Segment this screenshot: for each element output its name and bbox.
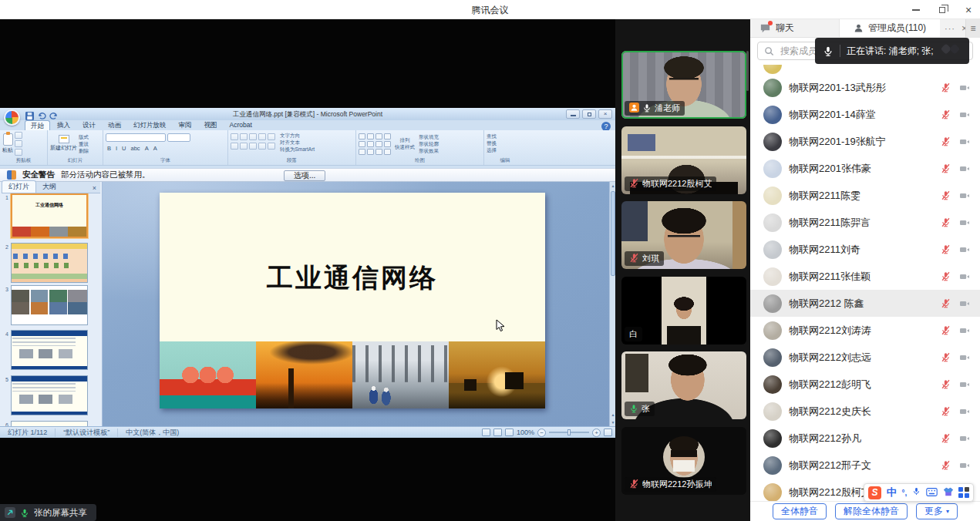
indent-decrease-icon[interactable] bbox=[249, 133, 257, 140]
slide-thumbnail[interactable]: 1工业通信网络 bbox=[2, 193, 88, 238]
mic-muted-icon[interactable] bbox=[939, 190, 951, 200]
unmute-all-button[interactable]: 解除全体静音 bbox=[835, 503, 908, 519]
ppt-restore-icon[interactable] bbox=[582, 109, 596, 119]
member-row[interactable]: 物联网2212邢子文 bbox=[750, 452, 980, 479]
member-row[interactable]: 物联网2212孙凡 bbox=[750, 425, 980, 452]
align-right-icon[interactable] bbox=[249, 143, 257, 150]
indent-increase-icon[interactable] bbox=[258, 133, 266, 140]
more-options-icon[interactable]: ··· bbox=[945, 24, 955, 33]
shape-outline-button[interactable]: 形状轮廓 bbox=[419, 140, 439, 147]
tab-chat[interactable]: 聊天 bbox=[750, 19, 840, 37]
ribbon-tab-1[interactable]: 插入 bbox=[52, 120, 76, 130]
align-text-button[interactable]: 对齐文本 bbox=[280, 139, 315, 146]
more-button[interactable]: 更多▾ bbox=[916, 503, 958, 519]
ribbon-tab-5[interactable]: 审阅 bbox=[173, 120, 197, 130]
ppt-minimize-icon[interactable] bbox=[566, 109, 580, 119]
shape-icon[interactable] bbox=[384, 133, 391, 139]
slide-thumbnail[interactable]: 6 bbox=[2, 421, 88, 426]
shape-icon[interactable] bbox=[375, 133, 382, 139]
normal-view-icon[interactable] bbox=[482, 429, 490, 436]
font-style-button[interactable]: B bbox=[106, 145, 113, 152]
fit-to-window-icon[interactable] bbox=[604, 429, 612, 436]
numbering-icon[interactable] bbox=[240, 133, 248, 140]
shape-icon[interactable] bbox=[367, 149, 374, 155]
bullets-icon[interactable] bbox=[231, 133, 238, 140]
member-row[interactable]: 物联网2201-13武彤彤 bbox=[750, 74, 980, 101]
ime-keyboard-icon[interactable] bbox=[926, 486, 938, 499]
member-row[interactable]: 物联网2211刘奇 bbox=[750, 236, 980, 263]
thumbnail-preview[interactable] bbox=[11, 243, 88, 283]
tab-outline[interactable]: 大纲 bbox=[36, 181, 62, 193]
arrange-button[interactable]: 排列 bbox=[400, 136, 410, 143]
member-row[interactable]: 物联网2212史庆长 bbox=[750, 398, 980, 425]
find-button[interactable]: 查找 bbox=[487, 133, 524, 139]
ribbon-tab-7[interactable]: Acrobat bbox=[224, 120, 258, 130]
format-painter-icon[interactable] bbox=[15, 149, 22, 156]
shape-fill-button[interactable]: 形状填充 bbox=[419, 133, 439, 140]
ime-language-icon[interactable]: 中 bbox=[887, 486, 897, 499]
video-tile[interactable]: 物联网2212殷柯艾 bbox=[621, 126, 746, 194]
ribbon-tab-4[interactable]: 幻灯片放映 bbox=[128, 120, 172, 130]
member-row[interactable]: 物联网2201-19张航宁 bbox=[750, 128, 980, 155]
shape-icon[interactable] bbox=[375, 149, 382, 155]
shape-icon[interactable] bbox=[384, 141, 391, 147]
shape-effects-button[interactable]: 形状效果 bbox=[419, 147, 439, 154]
camera-off-icon[interactable] bbox=[958, 83, 971, 92]
mic-muted-icon[interactable] bbox=[939, 298, 951, 308]
slideshow-icon[interactable] bbox=[505, 429, 514, 436]
video-tile[interactable]: 白 bbox=[621, 277, 746, 345]
shape-icon[interactable] bbox=[384, 149, 391, 155]
ppt-close-icon[interactable]: × bbox=[598, 109, 612, 119]
camera-off-icon[interactable] bbox=[958, 380, 971, 389]
replace-button[interactable]: 替换 bbox=[487, 139, 524, 146]
member-row[interactable]: 物联网2211张佳颖 bbox=[750, 263, 980, 290]
mic-muted-icon[interactable] bbox=[939, 379, 951, 389]
zoom-slider[interactable] bbox=[549, 432, 589, 433]
mic-muted-icon[interactable] bbox=[939, 109, 951, 119]
slide-thumbnail[interactable]: 5 bbox=[2, 375, 88, 415]
select-button[interactable]: 选择 bbox=[487, 146, 524, 153]
camera-off-icon[interactable] bbox=[958, 110, 971, 119]
mic-muted-icon[interactable] bbox=[939, 244, 951, 254]
font-size-combobox[interactable] bbox=[167, 133, 190, 142]
smartart-button[interactable]: 转换为SmartArt bbox=[280, 146, 315, 153]
ime-toolbox-icon[interactable] bbox=[958, 487, 969, 498]
align-left-icon[interactable] bbox=[231, 143, 238, 150]
thumbnail-preview[interactable] bbox=[11, 330, 88, 370]
shape-icon[interactable] bbox=[375, 141, 382, 147]
strip-scrollbar-thumb[interactable] bbox=[746, 51, 749, 91]
font-style-button[interactable]: abc bbox=[130, 145, 142, 152]
thumbnail-preview[interactable] bbox=[11, 285, 88, 325]
line-spacing-icon[interactable] bbox=[268, 133, 275, 140]
font-style-button[interactable]: A bbox=[143, 145, 150, 152]
paste-button[interactable]: 粘贴 bbox=[2, 133, 13, 154]
ime-mic-icon[interactable] bbox=[912, 486, 921, 499]
camera-off-icon[interactable] bbox=[958, 245, 971, 254]
mic-muted-icon[interactable] bbox=[939, 352, 951, 362]
slide-sorter-icon[interactable] bbox=[493, 429, 502, 436]
ribbon-tab-2[interactable]: 设计 bbox=[77, 120, 101, 130]
shape-icon[interactable] bbox=[367, 141, 374, 147]
member-row[interactable]: 物联网2201-14薛堂 bbox=[750, 101, 980, 128]
cut-icon[interactable] bbox=[15, 132, 22, 139]
zoom-out-icon[interactable]: − bbox=[537, 429, 546, 437]
thumbnail-preview[interactable]: 工业通信网络 bbox=[11, 193, 88, 238]
video-tile[interactable]: 物联网2212孙振坤 bbox=[621, 427, 746, 495]
font-style-button[interactable]: U bbox=[120, 145, 127, 152]
slide-scrollbar[interactable]: ▲ ▲ ▼ bbox=[609, 182, 615, 426]
camera-off-icon[interactable] bbox=[958, 434, 971, 443]
font-style-button[interactable]: A bbox=[152, 145, 159, 152]
pane-close-icon[interactable]: × bbox=[93, 184, 100, 193]
mute-all-button[interactable]: 全体静音 bbox=[773, 503, 827, 519]
camera-off-icon[interactable] bbox=[958, 191, 971, 200]
shape-icon[interactable] bbox=[359, 133, 365, 139]
mic-muted-icon[interactable] bbox=[939, 433, 951, 443]
camera-off-icon[interactable] bbox=[958, 299, 971, 308]
align-center-icon[interactable] bbox=[240, 143, 248, 150]
zoom-in-icon[interactable]: + bbox=[592, 429, 601, 437]
ime-skin-icon[interactable] bbox=[943, 486, 954, 499]
mic-muted-icon[interactable] bbox=[939, 325, 951, 335]
sogou-logo-icon[interactable]: S bbox=[868, 486, 881, 499]
member-row[interactable]: 物联网2212刘志远 bbox=[750, 344, 980, 371]
camera-off-icon[interactable] bbox=[958, 218, 971, 227]
